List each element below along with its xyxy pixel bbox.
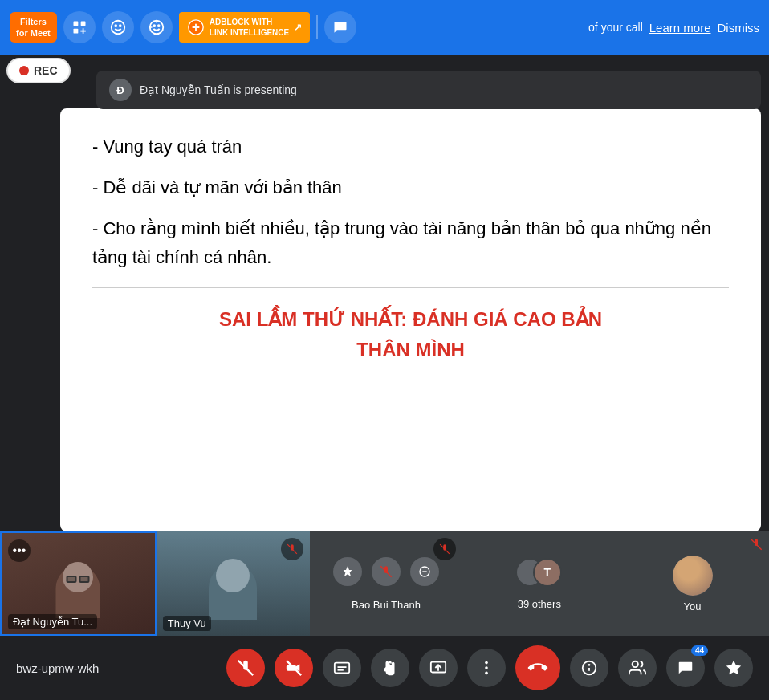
bottom-controls: bwz-upmw-wkh 44	[0, 636, 769, 700]
svg-point-25	[485, 672, 488, 675]
svg-rect-1	[80, 22, 85, 26]
chat-badge: 44	[691, 645, 708, 656]
svg-point-29	[633, 661, 638, 667]
end-call-button[interactable]	[515, 645, 560, 690]
tile-mute-icon-3	[433, 538, 456, 560]
divider	[316, 15, 318, 39]
svg-point-3	[112, 21, 125, 35]
svg-rect-0	[73, 22, 78, 26]
meeting-info-button[interactable]	[570, 649, 608, 687]
slide-line-1: - Vung tay quá trán	[92, 132, 729, 161]
tile-mute-icon-5	[750, 538, 763, 554]
rec-button[interactable]: REC	[6, 58, 71, 83]
slide-highlight: SAI LẦM THỨ NHẤT: ĐÁNH GIÁ CAO BẢN THÂN …	[92, 304, 729, 366]
bao-icons	[333, 557, 439, 586]
participant-tile-5: You	[616, 531, 769, 636]
participant-tile-1: ••• Đạt Nguyễn Tu...	[0, 531, 157, 636]
participant-tile-3: Bao Bui Thanh	[310, 531, 463, 636]
participant-tile-4: T 39 others	[462, 531, 616, 636]
presentation-area: - Vung tay quá trán - Dễ dãi và tự mãn v…	[60, 108, 761, 531]
people-button[interactable]	[618, 649, 657, 687]
svg-point-8	[158, 25, 160, 26]
more-options-button[interactable]	[467, 649, 506, 687]
captions-button[interactable]	[323, 649, 361, 687]
svg-point-7	[153, 25, 155, 26]
emoji-button[interactable]	[140, 11, 173, 43]
svg-point-4	[115, 25, 116, 26]
external-link-icon: ↗	[294, 22, 302, 33]
effects-button[interactable]	[102, 11, 134, 43]
tile-more-button-1[interactable]: •••	[8, 539, 31, 562]
rec-dot	[19, 66, 29, 75]
svg-marker-30	[726, 661, 741, 674]
svg-point-24	[485, 666, 488, 669]
activities-button[interactable]	[714, 649, 753, 687]
mute-camera-button[interactable]	[275, 649, 313, 687]
meeting-code: bwz-upmw-wkh	[16, 661, 99, 675]
raise-hand-button[interactable]	[371, 649, 409, 687]
participant-tiles: ••• Đạt Nguyễn Tu... Thuy Vu Ba	[0, 531, 769, 636]
tile-name-2: Thuy Vu	[163, 616, 211, 631]
slide-line-2: - Dễ dãi và tự mãn với bản thân	[92, 173, 729, 201]
rec-label: REC	[34, 64, 58, 77]
slide-line-3: - Cho rằng mình biết nhiều, tập trung và…	[92, 214, 729, 271]
presenting-text: Đạt Nguyễn Tuấn is presenting	[140, 83, 297, 96]
you-avatar	[673, 556, 713, 596]
adblock-badge: ADBLOCK WITH LINK INTELLIGENCE ↗	[179, 12, 310, 43]
call-quality-text: of your call	[588, 21, 643, 34]
dismiss-button[interactable]: Dismiss	[718, 21, 760, 35]
svg-point-5	[120, 25, 121, 26]
tile-name-1: Đạt Nguyễn Tu...	[8, 614, 97, 629]
tile-name-4: 39 others	[518, 598, 561, 610]
mute-mic-button[interactable]	[226, 649, 265, 687]
bao-mute-icon	[372, 557, 401, 586]
other-avatar-2: T	[533, 558, 562, 587]
bao-pin-icon	[333, 557, 362, 586]
chat-toolbar-button[interactable]	[324, 11, 356, 43]
svg-rect-2	[73, 29, 78, 34]
add-filter-button[interactable]	[63, 11, 96, 43]
bao-remove-icon	[410, 557, 439, 586]
present-screen-button[interactable]	[419, 649, 458, 687]
tile-name-5: You	[684, 600, 702, 612]
slide-divider	[92, 287, 729, 288]
left-strip	[0, 108, 60, 531]
top-toolbar: Filters for Meet ADBLOCK WITH LINK INTEL…	[0, 0, 769, 55]
participant-tile-2: Thuy Vu	[157, 531, 310, 636]
filters-badge: Filters for Meet	[10, 12, 57, 43]
chat-button[interactable]: 44	[666, 649, 705, 687]
tile-name-3: Bao Bui Thanh	[352, 599, 421, 611]
svg-point-23	[485, 661, 488, 665]
presenting-banner: Đ Đạt Nguyễn Tuấn is presenting	[96, 71, 761, 109]
others-avatars: T	[515, 558, 564, 587]
tile-mute-icon-2	[281, 538, 303, 560]
presenter-avatar: Đ	[109, 79, 132, 101]
learn-more-button[interactable]: Learn more	[649, 21, 711, 35]
